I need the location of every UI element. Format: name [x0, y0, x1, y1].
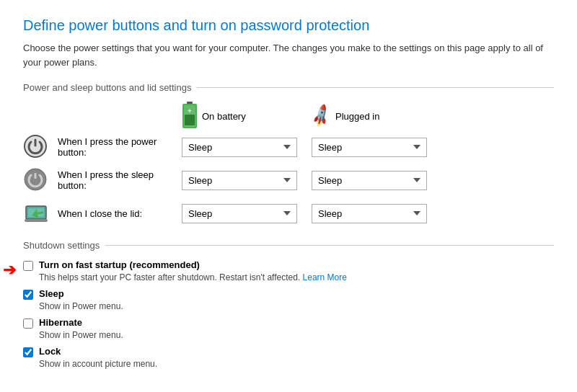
- sleep-battery-dropdown-wrapper: Sleep Do nothing Hibernate Shut down Tur…: [182, 171, 297, 190]
- lid-battery-dropdown[interactable]: Sleep Do nothing Hibernate Shut down Tur…: [182, 204, 297, 223]
- lid-row: When I close the lid: Sleep Do nothing H…: [23, 200, 554, 227]
- lid-battery-dropdown-wrapper: Sleep Do nothing Hibernate Shut down Tur…: [182, 204, 297, 223]
- lock-row: Lock: [23, 346, 554, 357]
- sleep-option-label[interactable]: Sleep: [39, 288, 64, 299]
- learn-more-link[interactable]: Learn More: [303, 272, 347, 282]
- page-title: Define power buttons and turn on passwor…: [23, 17, 554, 34]
- hibernate-row: Hibernate: [23, 317, 554, 329]
- hibernate-desc: Show in Power menu.: [39, 330, 554, 340]
- power-plugged-dropdown[interactable]: Sleep Do nothing Hibernate Shut down Tur…: [312, 138, 427, 157]
- fast-startup-row: Turn on fast startup (recommended): [23, 259, 554, 271]
- battery-column-header: + On battery: [182, 102, 312, 130]
- section-header-power: Power and sleep buttons and lid settings: [23, 82, 554, 93]
- hibernate-label[interactable]: Hibernate: [39, 317, 82, 328]
- power-button-icon: [23, 134, 49, 160]
- sleep-plugged-dropdown-wrapper: Sleep Do nothing Hibernate Shut down Tur…: [312, 171, 427, 190]
- power-battery-dropdown[interactable]: Sleep Do nothing Hibernate Shut down Tur…: [182, 138, 297, 157]
- battery-label: On battery: [202, 111, 246, 122]
- hibernate-checkbox[interactable]: [23, 318, 33, 329]
- power-battery-dropdown-wrapper: Sleep Do nothing Hibernate Shut down Tur…: [182, 138, 297, 157]
- power-sleep-section: Power and sleep buttons and lid settings…: [23, 82, 554, 227]
- lid-label: When I close the lid:: [58, 208, 182, 219]
- power-button-label: When I press the power button:: [58, 136, 182, 158]
- fast-startup-container: ➔ Turn on fast startup (recommended) Thi…: [23, 259, 554, 282]
- page-description: Choose the power settings that you want …: [23, 41, 554, 69]
- svg-rect-3: [185, 115, 195, 125]
- section-header-shutdown: Shutdown settings: [23, 240, 554, 251]
- section-title-power: Power and sleep buttons and lid settings: [23, 82, 197, 93]
- plugged-label: Plugged in: [335, 111, 379, 122]
- sleep-button-row: When I press the sleep button: Sleep Do …: [23, 166, 554, 194]
- power-button-row: When I press the power button: Sleep Do …: [23, 133, 554, 161]
- rocket-icon: 🚀: [308, 103, 334, 129]
- red-arrow-indicator: ➔: [3, 261, 16, 280]
- lock-label[interactable]: Lock: [39, 346, 61, 357]
- lock-desc: Show in account picture menu.: [39, 359, 554, 369]
- section-title-shutdown: Shutdown settings: [23, 240, 105, 251]
- svg-rect-10: [25, 219, 48, 222]
- fast-startup-label[interactable]: Turn on fast startup (recommended): [39, 259, 200, 270]
- sleep-plugged-dropdown[interactable]: Sleep Do nothing Hibernate Shut down Tur…: [312, 171, 427, 190]
- section-divider-power: [197, 87, 554, 88]
- sleep-battery-dropdown[interactable]: Sleep Do nothing Hibernate Shut down Tur…: [182, 171, 297, 190]
- sleep-button-label: When I press the sleep button:: [58, 169, 182, 191]
- lock-checkbox[interactable]: [23, 347, 33, 357]
- fast-startup-desc: This helps start your PC faster after sh…: [39, 272, 554, 282]
- lid-plugged-dropdown-wrapper: Sleep Do nothing Hibernate Shut down Tur…: [312, 204, 427, 223]
- column-headers: + On battery 🚀 Plugged in: [182, 102, 554, 130]
- svg-rect-7: [35, 173, 37, 179]
- power-plugged-dropdown-wrapper: Sleep Do nothing Hibernate Shut down Tur…: [312, 138, 427, 157]
- sleep-option-checkbox[interactable]: [23, 290, 33, 300]
- svg-text:+: +: [188, 107, 191, 115]
- section-divider-shutdown: [105, 245, 554, 246]
- plugged-column-header: 🚀 Plugged in: [312, 107, 441, 125]
- sleep-button-icon: [23, 167, 49, 193]
- lid-icon: [23, 200, 49, 226]
- lid-plugged-dropdown[interactable]: Sleep Do nothing Hibernate Shut down Tur…: [312, 204, 427, 223]
- shutdown-section: Shutdown settings ➔ Turn on fast startup…: [23, 240, 554, 369]
- sleep-option-desc: Show in Power menu.: [39, 301, 554, 311]
- battery-icon: +: [182, 102, 198, 130]
- fast-startup-checkbox[interactable]: [23, 261, 33, 271]
- sleep-option-row: Sleep: [23, 288, 554, 300]
- svg-rect-0: [187, 102, 193, 104]
